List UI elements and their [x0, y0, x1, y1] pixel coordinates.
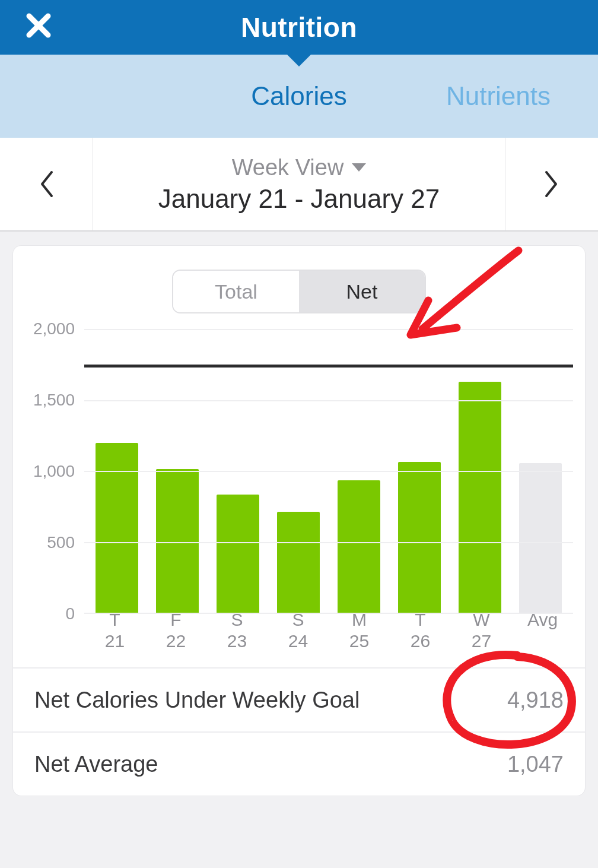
app-header: Nutrition: [0, 0, 598, 55]
nutrition-card: Total Net 05001,0001,5002,000 T21F22S23S…: [13, 246, 585, 796]
tab-bar: Calories Nutrients: [0, 55, 598, 138]
stat-under-goal-value: 4,918: [507, 688, 564, 713]
chart-gridline: [84, 471, 573, 472]
y-tick-label: 0: [65, 604, 75, 623]
chart-y-axis: 05001,0001,5002,000: [25, 329, 78, 614]
chart-bar: [156, 469, 199, 613]
goal-line: [84, 365, 573, 368]
chart-gridline: [84, 400, 573, 401]
chart-gridline: [84, 329, 573, 330]
segment-net[interactable]: Net: [299, 271, 425, 312]
chart-plot-area: [84, 329, 573, 614]
dropdown-triangle-icon: [352, 163, 366, 172]
date-range-selector[interactable]: Week View January 21 - January 27: [93, 138, 505, 230]
chevron-left-icon: [37, 170, 55, 198]
tab-calories[interactable]: Calories: [199, 81, 399, 111]
stat-under-goal-label: Net Calories Under Weekly Goal: [34, 688, 360, 713]
tab-nutrients[interactable]: Nutrients: [399, 81, 598, 111]
caret-down-icon: [286, 53, 312, 66]
view-mode-text: Week View: [232, 155, 344, 180]
x-tick-label: F22: [155, 606, 198, 650]
x-tick-label: T26: [399, 606, 442, 650]
chart-bar: [96, 443, 138, 613]
close-icon: [26, 12, 52, 39]
chart-bar: [277, 512, 320, 613]
chevron-right-icon: [543, 170, 561, 198]
chart-bar: [398, 462, 441, 613]
x-tick-label: Avg: [521, 606, 564, 650]
chart-x-axis: T21F22S23S24M25T26W27Avg: [84, 606, 573, 650]
chart-bar: [459, 382, 501, 613]
x-tick-label: M25: [338, 606, 381, 650]
y-tick-label: 500: [47, 533, 75, 552]
y-tick-label: 2,000: [33, 319, 75, 338]
chart-bar: [338, 480, 380, 613]
x-tick-label: W27: [460, 606, 503, 650]
view-mode-label: Week View: [232, 155, 367, 180]
y-tick-label: 1,500: [33, 391, 75, 410]
x-tick-label: S23: [216, 606, 259, 650]
stat-net-average-label: Net Average: [34, 752, 158, 777]
x-tick-label: S24: [277, 606, 320, 650]
date-range-text: January 21 - January 27: [158, 184, 440, 214]
stat-net-average: Net Average 1,047: [13, 731, 585, 796]
x-tick-label: T21: [94, 606, 136, 650]
next-week-button[interactable]: [505, 138, 598, 230]
prev-week-button[interactable]: [0, 138, 93, 230]
stat-under-goal: Net Calories Under Weekly Goal 4,918: [13, 667, 585, 731]
chart-gridline: [84, 542, 573, 543]
y-tick-label: 1,000: [33, 462, 75, 481]
chart-bar: [217, 495, 259, 613]
stat-net-average-value: 1,047: [507, 752, 564, 777]
total-net-segment: Total Net: [172, 270, 426, 313]
page-title: Nutrition: [241, 11, 357, 43]
close-button[interactable]: [24, 11, 53, 40]
date-navigator: Week View January 21 - January 27: [0, 138, 598, 232]
chart-bar-avg: [519, 463, 562, 613]
segment-total[interactable]: Total: [173, 271, 299, 312]
calories-chart: 05001,0001,5002,000 T21F22S23S24M25T26W2…: [25, 329, 573, 650]
